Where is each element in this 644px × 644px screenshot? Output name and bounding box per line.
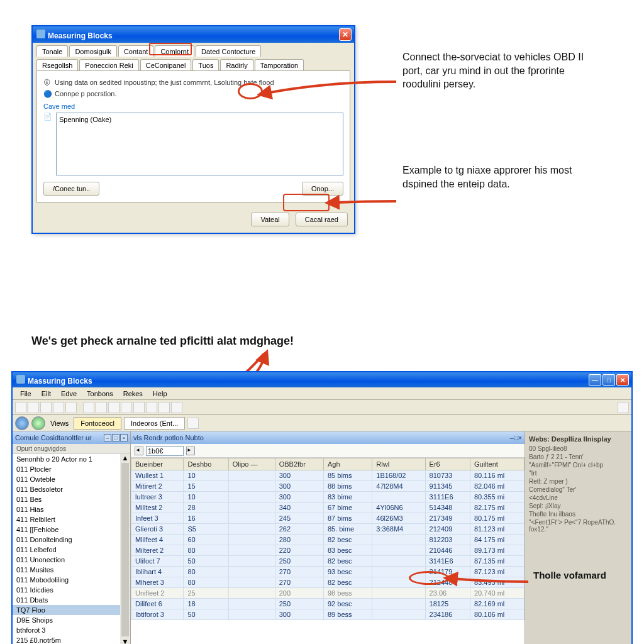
column-header[interactable]: Er6 (425, 458, 470, 470)
tree-item[interactable]: 411 [[Fehiobe (13, 525, 120, 535)
center-close-icon[interactable]: × (518, 434, 522, 441)
tab-rsegollsh[interactable]: Rsegollsh (36, 59, 78, 70)
tab-tonale[interactable]: Tonale (36, 45, 68, 57)
tree-item[interactable]: bthforot 3 (13, 625, 120, 635)
tree-item[interactable]: Senonhb o 20 Actor no 1 (13, 454, 120, 464)
apply-button[interactable]: Vateal (251, 213, 289, 226)
tab-ceconipanel[interactable]: CeConipanel (140, 59, 192, 70)
connect-button[interactable]: /Conec tun.. (43, 182, 99, 196)
tree-item[interactable]: 411 Relbllert (13, 514, 120, 525)
column-header[interactable]: Bueinber (131, 458, 184, 470)
tool-icon-5[interactable] (65, 402, 77, 413)
minimize-icon[interactable]: — (589, 374, 601, 386)
menu-edve[interactable]: Edve (56, 389, 82, 399)
dialog-titlebar[interactable]: Measuring Blocks ✕ (33, 26, 354, 43)
table-row[interactable]: Iblihart 48027093 besc21417987.123 ml (131, 567, 525, 577)
tool-icon-9[interactable] (121, 402, 132, 413)
menu-help[interactable]: Help (148, 389, 172, 399)
tree-item[interactable]: 011 Dbats (13, 595, 120, 605)
step-up-icon[interactable]: ► (186, 447, 195, 455)
table-row[interactable]: Dilifeet 61825092 besc1812582.169 ml (131, 599, 525, 609)
tab-radirly[interactable]: Radirly (220, 59, 253, 70)
tool-icon-3[interactable] (40, 402, 52, 413)
tree-item[interactable]: 011 Lelbefod (13, 545, 120, 555)
column-header[interactable]: Olipo — (228, 458, 275, 470)
tree-item[interactable]: 011 Mobodoliling (13, 575, 120, 585)
tool-icon-1[interactable] (15, 402, 26, 413)
tool-icon-12[interactable] (158, 402, 170, 413)
menu-rekes[interactable]: Rekes (118, 389, 148, 399)
menu-eilt[interactable]: Eilt (36, 389, 56, 399)
column-header[interactable]: Rlwl (372, 458, 425, 470)
column-header[interactable]: Agh (324, 458, 372, 470)
tool-icon-2[interactable] (28, 402, 39, 413)
tree-scrollbar[interactable]: ▲ ▼ (120, 454, 130, 644)
group-input[interactable] (146, 446, 184, 456)
table-row[interactable]: Unifleet 22520098 bess23.0620.740 ml (131, 588, 525, 599)
cancel-button[interactable]: Cacal raed (296, 213, 348, 226)
close-icon[interactable]: ✕ (339, 28, 352, 41)
pane-close-icon[interactable]: × (120, 434, 128, 441)
tool-icon-6[interactable] (83, 402, 94, 413)
table-row[interactable]: Glieroti 3S526285. bime3:368M421240981.1… (131, 524, 525, 535)
nav-back-icon[interactable] (15, 416, 29, 430)
step-down-icon[interactable]: ◄ (135, 447, 143, 455)
tool-icon-right[interactable] (618, 402, 629, 413)
pane-min-icon[interactable]: – (104, 434, 111, 441)
tab-poneccion-reki[interactable]: Poneccion Reki (79, 59, 138, 70)
center-max-icon[interactable]: □ (514, 434, 518, 441)
data-grid[interactable]: BueinberDeshboOlipo —OBB2fbrAghRlwlEr6Gu… (131, 458, 525, 644)
menu-tonbons[interactable]: Tonbons (82, 389, 118, 399)
table-row[interactable]: Wullest 11030085 bims1B168/0281073380.11… (131, 470, 525, 481)
description-textbox[interactable] (56, 113, 343, 175)
scroll-down-icon[interactable]: ▼ (122, 638, 129, 644)
tree-item[interactable]: 011 Bedsoletor (13, 484, 120, 494)
tree-item[interactable]: 215 £0.notr5m (13, 635, 120, 644)
column-header[interactable]: Deshbo (184, 458, 228, 470)
tool-icon-13[interactable] (171, 402, 182, 413)
table-row[interactable]: Ibtiforot 35030089 bess23418680.106 ml (131, 609, 525, 620)
tree-item[interactable]: 011 Musites (13, 565, 120, 575)
table-row[interactable]: Mitirert 21530088 bims47l28M491134582.04… (131, 481, 525, 492)
tree-item[interactable]: TQ7 Floo (13, 605, 120, 615)
tree-item[interactable]: 011 Hias (13, 504, 120, 514)
table-row[interactable]: Milltest 22834067 bime4Yl06N651434882.17… (131, 502, 525, 513)
close-window-icon[interactable]: ✕ (616, 374, 629, 386)
maximize-icon[interactable]: □ (602, 374, 615, 386)
tree-item[interactable]: 011 Idicdies (13, 585, 120, 595)
address-tab-1[interactable]: Fontoceocl (74, 417, 121, 430)
tool-icon-11[interactable] (146, 402, 157, 413)
tree-item[interactable]: 011 Bes (13, 494, 120, 504)
caved-med-link[interactable]: Cave med (43, 103, 343, 110)
tree-item[interactable]: D9E Shoips (13, 615, 120, 625)
table-row[interactable]: Infeet 31624587 bims46l26M321734980.175 … (131, 513, 525, 524)
menu-file[interactable]: File (15, 389, 36, 399)
nav-forward-icon[interactable] (31, 416, 45, 430)
tab-tuos[interactable]: Tuos (192, 59, 219, 70)
tree-item[interactable]: 011 Donolteinding (13, 535, 120, 545)
column-header[interactable]: OBB2fbr (275, 458, 323, 470)
tool-icon-10[interactable] (133, 402, 145, 413)
tree-item[interactable]: 011 Ptocler (13, 464, 120, 474)
address-tab-2[interactable]: Indeoros (Ent... (124, 417, 185, 430)
tab-dated-contocture[interactable]: Dated Contocture (196, 45, 261, 57)
app-titlebar[interactable]: Massuring Blocks — □ ✕ (13, 372, 631, 387)
table-row[interactable]: lultreer 31030083 bime3111E680.355 mi (131, 492, 525, 502)
options-button[interactable]: Onop... (302, 182, 343, 196)
tree-item[interactable]: 011 Unonection (13, 555, 120, 565)
table-row[interactable]: Mlheret 38027082 besc21244883.493 ml (131, 577, 525, 588)
pane-max-icon[interactable]: □ (112, 434, 119, 441)
module-tree[interactable]: Senonhb o 20 Actor no 1011 Ptocler011 Ow… (13, 454, 120, 644)
tool-icon-8[interactable] (108, 402, 119, 413)
column-header[interactable]: Guiltent (470, 458, 525, 470)
table-row[interactable]: Ulifoct 75025082 besc3141E687.135 ml (131, 556, 525, 567)
tab-tamporation[interactable]: Tamporation (255, 59, 304, 70)
table-row[interactable]: Mlilfeet 46028082 besc81220384 175 ml (131, 535, 525, 545)
scroll-up-icon[interactable]: ▲ (122, 454, 129, 462)
tree-item[interactable]: 011 Owteble (13, 474, 120, 484)
table-row[interactable]: Milteret 28022083 besc21044689.173 ml (131, 545, 525, 556)
tab-comlornt[interactable]: Comlornt (155, 45, 194, 57)
address-tool-icon[interactable] (187, 418, 199, 429)
tab-domosigulk[interactable]: Domosigulk (69, 45, 116, 57)
tab-contant[interactable]: Contant (118, 45, 154, 57)
